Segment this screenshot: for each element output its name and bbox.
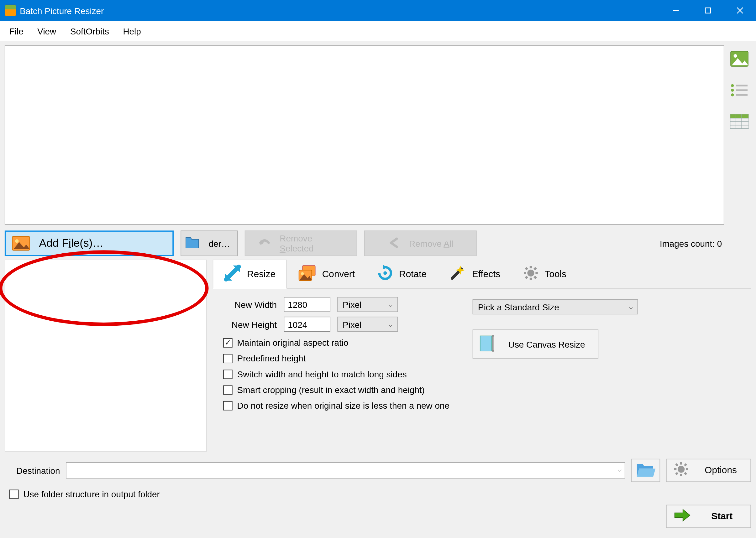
chevron-down-icon: ⌵ bbox=[629, 303, 633, 311]
svg-line-49 bbox=[676, 473, 678, 475]
options-button[interactable]: Options bbox=[666, 459, 751, 482]
app-icon bbox=[5, 5, 16, 16]
svg-point-10 bbox=[731, 89, 734, 91]
close-button[interactable] bbox=[724, 0, 756, 21]
view-list-button[interactable] bbox=[729, 81, 749, 100]
switch-wh-label: Switch width and height to match long si… bbox=[237, 369, 407, 379]
aspect-ratio-label: Maintain original aspect ratio bbox=[237, 338, 348, 348]
smart-cropping-label: Smart cropping (result in exact width an… bbox=[237, 385, 425, 395]
browse-destination-button[interactable] bbox=[631, 459, 660, 482]
tab-tools[interactable]: Tools bbox=[512, 260, 578, 288]
tab-rotate[interactable]: Rotate bbox=[366, 260, 438, 288]
tab-rotate-label: Rotate bbox=[399, 269, 427, 279]
svg-point-5 bbox=[15, 239, 19, 243]
no-resize-smaller-label: Do not resize when original size is less… bbox=[237, 401, 450, 410]
remove-selected-button[interactable]: Remove Selected bbox=[245, 231, 357, 256]
tab-resize[interactable]: Resize bbox=[213, 260, 287, 289]
remove-all-label: Remove All bbox=[409, 238, 453, 248]
width-unit-value: Pixel bbox=[343, 299, 361, 309]
tools-icon bbox=[523, 265, 539, 283]
view-thumbnails-button[interactable] bbox=[729, 49, 749, 69]
tab-convert-label: Convert bbox=[322, 269, 355, 279]
new-height-label: New Height bbox=[223, 319, 277, 329]
picture-icon bbox=[12, 236, 30, 251]
switch-wh-checkbox[interactable] bbox=[223, 369, 232, 379]
add-folder-label: der… bbox=[209, 238, 230, 248]
new-width-label: New Width bbox=[223, 299, 277, 309]
start-label: Start bbox=[701, 511, 744, 521]
tab-effects[interactable]: Effects bbox=[438, 260, 511, 288]
add-folder-button[interactable]: der… bbox=[180, 231, 238, 256]
gear-icon bbox=[673, 461, 689, 479]
svg-point-8 bbox=[731, 84, 734, 87]
predefined-height-checkbox[interactable] bbox=[223, 353, 232, 363]
new-height-input[interactable] bbox=[284, 317, 330, 332]
remove-all-button[interactable]: Remove All bbox=[364, 231, 477, 256]
tab-effects-label: Effects bbox=[472, 269, 500, 279]
height-unit-select[interactable]: Pixel ⌵ bbox=[337, 317, 398, 332]
add-files-label: Add File(s)… bbox=[39, 237, 104, 250]
canvas-button-label: Use Canvas Resize bbox=[508, 339, 585, 349]
remove-selected-icon bbox=[258, 236, 271, 250]
new-width-input[interactable] bbox=[284, 297, 330, 312]
use-folder-structure-label: Use folder structure in output folder bbox=[23, 489, 160, 499]
tab-resize-label: Resize bbox=[247, 269, 276, 279]
menu-file[interactable]: File bbox=[2, 23, 31, 39]
start-arrow-icon bbox=[673, 509, 691, 524]
smart-cropping-checkbox[interactable] bbox=[223, 385, 232, 395]
chevron-down-icon[interactable]: ⌵ bbox=[618, 465, 622, 473]
chevron-down-icon: ⌵ bbox=[389, 300, 393, 308]
start-button[interactable]: Start bbox=[666, 505, 751, 528]
svg-line-34 bbox=[534, 277, 536, 278]
svg-rect-9 bbox=[736, 84, 747, 86]
tab-convert[interactable]: Convert bbox=[286, 260, 366, 288]
destination-label: Destination bbox=[16, 465, 60, 475]
window-title: Batch Picture Resizer bbox=[20, 6, 660, 16]
use-folder-structure-checkbox[interactable] bbox=[9, 489, 19, 499]
use-canvas-resize-button[interactable]: Use Canvas Resize bbox=[472, 329, 598, 358]
preview-panel bbox=[5, 260, 207, 452]
predefined-height-label: Predefined height bbox=[237, 353, 306, 363]
aspect-ratio-checkbox[interactable] bbox=[223, 338, 232, 347]
no-resize-smaller-checkbox[interactable] bbox=[223, 401, 232, 410]
svg-point-26 bbox=[301, 272, 304, 275]
view-details-button[interactable] bbox=[729, 112, 749, 132]
destination-input[interactable] bbox=[66, 462, 625, 478]
menu-view[interactable]: View bbox=[31, 23, 63, 39]
add-files-button[interactable]: Add File(s)… bbox=[5, 231, 174, 256]
file-list-area[interactable] bbox=[5, 45, 724, 225]
menu-softorbits[interactable]: SoftOrbits bbox=[63, 23, 116, 39]
svg-rect-37 bbox=[480, 336, 492, 351]
resize-icon bbox=[224, 264, 241, 284]
svg-line-33 bbox=[525, 268, 527, 270]
options-label: Options bbox=[698, 465, 743, 475]
svg-point-28 bbox=[527, 270, 534, 277]
remove-selected-label: Remove Selected bbox=[280, 233, 344, 253]
svg-rect-11 bbox=[736, 89, 747, 91]
menu-help[interactable]: Help bbox=[116, 23, 148, 39]
svg-line-47 bbox=[684, 473, 686, 475]
images-count-label: Images count: 0 bbox=[660, 238, 724, 248]
folder-icon bbox=[185, 236, 200, 250]
svg-rect-1 bbox=[705, 8, 710, 13]
standard-size-select[interactable]: Pick a Standard Size ⌵ bbox=[472, 299, 638, 314]
standard-size-value: Pick a Standard Size bbox=[478, 302, 559, 312]
svg-rect-14 bbox=[730, 114, 748, 118]
height-unit-value: Pixel bbox=[343, 319, 361, 329]
width-unit-select[interactable]: Pixel ⌵ bbox=[337, 297, 398, 312]
svg-rect-13 bbox=[736, 94, 747, 96]
effects-icon bbox=[449, 264, 467, 284]
svg-line-48 bbox=[684, 464, 686, 466]
svg-point-12 bbox=[731, 93, 734, 96]
convert-icon bbox=[298, 264, 316, 284]
maximize-button[interactable] bbox=[692, 0, 724, 21]
rotate-icon bbox=[377, 265, 393, 283]
resize-panel: New Width Pixel ⌵ New Height Pixel bbox=[213, 289, 751, 424]
minimize-button[interactable] bbox=[660, 0, 691, 21]
canvas-icon bbox=[479, 333, 497, 355]
chevron-down-icon: ⌵ bbox=[389, 320, 393, 328]
svg-line-46 bbox=[676, 464, 678, 466]
titlebar: Batch Picture Resizer bbox=[0, 0, 756, 21]
svg-line-35 bbox=[534, 268, 536, 270]
tab-tools-label: Tools bbox=[545, 269, 566, 279]
